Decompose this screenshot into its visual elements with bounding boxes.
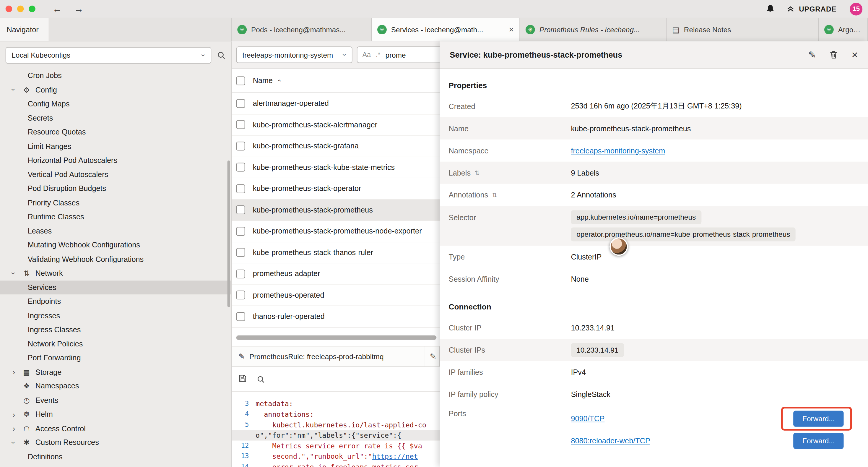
chevron-right-icon[interactable]: › [10, 368, 18, 377]
sidebar-item-port-forwarding[interactable]: Port Forwarding [0, 351, 231, 365]
chevron-down-icon[interactable]: › [9, 439, 18, 446]
tab-argo[interactable]: ✳ Argo Se [819, 18, 868, 41]
search-icon[interactable] [257, 375, 265, 383]
drawer-body: Properties Created 253d 16h 6m ago (2025… [440, 68, 868, 467]
sidebar-item-resource-quotas[interactable]: Resource Quotas [0, 125, 231, 139]
sidebar-scrollbar[interactable] [227, 160, 230, 307]
sidebar-item-secrets[interactable]: Secrets [0, 111, 231, 125]
chevron-right-icon[interactable]: › [10, 424, 18, 433]
sidebar-item-cron-jobs[interactable]: Cron Jobs [0, 68, 231, 83]
notifications-bell-icon[interactable] [766, 4, 775, 14]
row-checkbox[interactable] [236, 163, 245, 172]
name-column-header[interactable]: Name › [253, 76, 280, 85]
drawer-header: Service: kube-prometheus-stack-prometheu… [440, 41, 868, 68]
match-case-toggle[interactable]: Aa [362, 51, 371, 59]
sidebar-item-ingresses[interactable]: Ingresses [0, 309, 231, 323]
regex-toggle[interactable]: .* [376, 51, 380, 59]
sidebar-item-config-maps[interactable]: Config Maps [0, 97, 231, 111]
sidebar-item-pod-disruption-budgets[interactable]: Pod Disruption Budgets [0, 181, 231, 196]
tab-release-notes[interactable]: ▤ Release Notes [666, 18, 819, 41]
sidebar-item-services[interactable]: Services [0, 280, 231, 294]
close-tab-icon[interactable]: × [509, 25, 514, 35]
minimize-window-button[interactable] [17, 6, 24, 12]
edit-pencil-icon[interactable]: ✎ [808, 49, 816, 61]
detail-row-session-affinity: Session Affinity None [440, 268, 868, 290]
kubeconfig-selector[interactable]: Local Kubeconfigs › [6, 47, 212, 63]
connection-heading: Connection [440, 294, 868, 317]
sidebar-item-namespaces[interactable]: ❖ Namespaces [0, 379, 231, 393]
maximize-window-button[interactable] [29, 6, 35, 12]
tab-prometheus-rules[interactable]: ✳ Prometheus Rules - icecheng... [520, 18, 666, 41]
forward-button-8080[interactable]: Forward... [794, 432, 843, 448]
edit-pencil-icon: ✎ [430, 352, 436, 361]
tab-services[interactable]: ✳ Services - icecheng@math... × [372, 18, 520, 41]
sidebar-item-horizontal-pod-autoscalers[interactable]: Horizontal Pod Autoscalers [0, 153, 231, 168]
sidebar-item-config[interactable]: › ⚙ Config [0, 83, 231, 97]
select-all-checkbox[interactable] [236, 76, 245, 85]
chevron-down-icon[interactable]: › [9, 86, 18, 94]
port-link[interactable]: 8080:reloader-web/TCP [571, 436, 650, 444]
row-checkbox[interactable] [236, 269, 245, 278]
close-drawer-icon[interactable]: × [851, 49, 858, 61]
sidebar-item-validating-webhook-configurations[interactable]: Validating Webhook Configurations [0, 252, 231, 266]
sidebar-item-events[interactable]: ◷ Events [0, 393, 231, 407]
row-checkbox[interactable] [236, 99, 245, 108]
sidebar-item-access-control[interactable]: › ☖ Access Control [0, 421, 231, 436]
shield-icon: ☖ [21, 425, 32, 433]
sidebar-item-leases[interactable]: Leases [0, 224, 231, 238]
search-input[interactable] [385, 51, 435, 59]
upgrade-button[interactable]: UPGRADE [786, 4, 836, 13]
forward-button-9090[interactable]: Forward... [794, 410, 843, 426]
back-button[interactable]: ← [53, 4, 62, 13]
row-checkbox[interactable] [236, 227, 245, 236]
storage-icon: ▤ [21, 368, 32, 376]
sidebar-item-definitions[interactable]: Definitions [0, 449, 231, 464]
sidebar-item-custom-resources[interactable]: › ✱ Custom Resources [0, 436, 231, 450]
row-checkbox[interactable] [236, 142, 245, 150]
horizontal-scrollbar[interactable] [236, 335, 437, 340]
sidebar-item-endpoints[interactable]: Endpoints [0, 294, 231, 309]
sidebar-item-limit-ranges[interactable]: Limit Ranges [0, 139, 231, 153]
notification-count-badge[interactable]: 15 [850, 2, 862, 15]
row-checkbox[interactable] [236, 205, 245, 214]
selector-badge: app.kubernetes.io/name=prometheus [571, 210, 701, 224]
dock-tab-prometheusrule[interactable]: ✎ PrometheusRule: freeleaps-prod-rabbitm… [232, 346, 425, 366]
navigator-tree: Cron Jobs › ⚙ Config Config Maps Secrets… [0, 68, 231, 464]
edit-pencil-icon: ✎ [239, 352, 245, 361]
row-checkbox[interactable] [236, 291, 245, 300]
sidebar-item-storage[interactable]: › ▤ Storage [0, 365, 231, 379]
expand-collapse-icon[interactable]: ⇅ [492, 191, 497, 198]
search-icon[interactable] [217, 51, 226, 59]
close-window-button[interactable] [6, 6, 12, 12]
namespace-filter-dropdown[interactable]: freeleaps-monitoring-system › [236, 47, 352, 63]
expand-collapse-icon[interactable]: ⇅ [474, 169, 479, 176]
sidebar-item-priority-classes[interactable]: Priority Classes [0, 196, 231, 210]
port-link[interactable]: 9090/TCP [571, 414, 604, 423]
dock-tab-partial[interactable]: ✎ [424, 346, 440, 366]
sidebar-item-vertical-pod-autoscalers[interactable]: Vertical Pod Autoscalers [0, 167, 231, 181]
sidebar-item-ingress-classes[interactable]: Ingress Classes [0, 323, 231, 337]
sidebar-item-helm[interactable]: › ☸ Helm [0, 407, 231, 421]
avatar[interactable] [610, 237, 628, 256]
chevron-right-icon[interactable]: › [10, 410, 18, 419]
detail-row-ports: Ports 9090/TCP Forward... 8080:reloader-… [440, 405, 868, 449]
chevron-down-icon[interactable]: › [9, 269, 18, 277]
namespace-link[interactable]: freeleaps-monitoring-system [571, 146, 665, 154]
document-icon: ▤ [672, 25, 680, 34]
sidebar-item-mutating-webhook-configurations[interactable]: Mutating Webhook Configurations [0, 238, 231, 252]
detail-row-created: Created 253d 16h 6m ago (2025年1月13日 GMT+… [440, 95, 868, 117]
row-checkbox[interactable] [236, 248, 245, 257]
save-icon[interactable] [239, 374, 247, 384]
tab-pods[interactable]: ✳ Pods - icecheng@mathmas... [232, 18, 372, 41]
detail-row-annotations: Annotations⇅ 2 Annotations [440, 184, 868, 206]
sidebar-item-network[interactable]: › ⇅ Network [0, 266, 231, 281]
detail-row-ip-family-policy: IP family policy SingleStack [440, 383, 868, 405]
row-checkbox[interactable] [236, 312, 245, 321]
sidebar-item-runtime-classes[interactable]: Runtime Classes [0, 210, 231, 224]
forward-button[interactable]: → [74, 4, 84, 13]
delete-trash-icon[interactable] [829, 50, 838, 59]
detail-row-cluster-ip: Cluster IP 10.233.14.91 [440, 317, 868, 339]
row-checkbox[interactable] [236, 120, 245, 129]
sidebar-item-network-policies[interactable]: Network Policies [0, 337, 231, 351]
row-checkbox[interactable] [236, 184, 245, 193]
